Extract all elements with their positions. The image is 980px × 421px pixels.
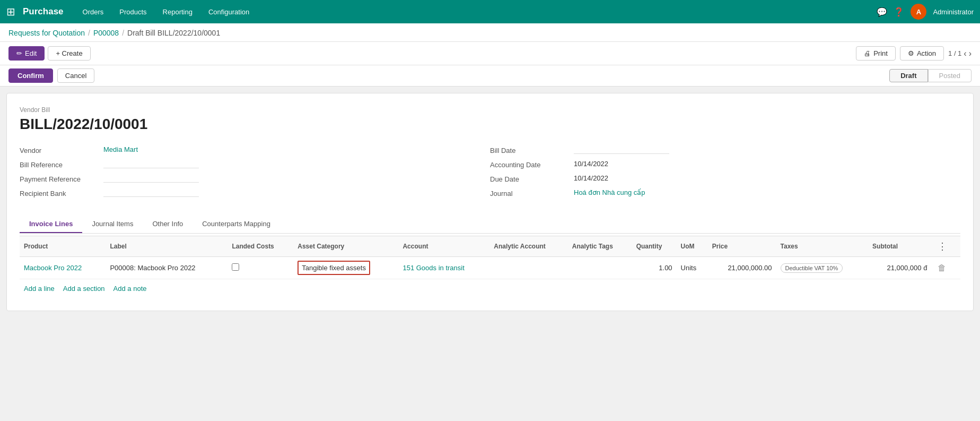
form-col-left: Vendor Media Mart Bill Reference Payment… xyxy=(20,145,490,203)
recipient-bank-label: Recipient Bank xyxy=(20,188,99,197)
print-icon: 🖨 xyxy=(864,49,871,57)
app-name: Purchase xyxy=(23,6,64,17)
edit-icon: ✏ xyxy=(16,49,22,57)
due-date-label: Due Date xyxy=(490,174,570,183)
cell-uom: Units xyxy=(677,257,708,279)
status-draft[interactable]: Draft xyxy=(889,69,928,82)
toolbar: ✏ Edit + Create 🖨 Print ⚙ Action 1 / 1 ‹… xyxy=(0,42,980,65)
add-line-link[interactable]: Add a line xyxy=(24,285,55,293)
tab-journal-items[interactable]: Journal Items xyxy=(82,216,143,233)
page-info: 1 / 1 xyxy=(948,49,961,57)
bill-reference-label: Bill Reference xyxy=(20,160,99,169)
doc-title: BILL/2022/10/0001 xyxy=(20,116,960,133)
form-grid: Vendor Media Mart Bill Reference Payment… xyxy=(20,145,960,203)
page-nav: 1 / 1 ‹ › xyxy=(948,49,972,58)
col-analytic-account: Analytic Account xyxy=(489,236,567,257)
cell-analytic-account xyxy=(489,257,567,279)
edit-button[interactable]: ✏ Edit xyxy=(8,46,45,61)
cell-price: 21,000,000.00 xyxy=(708,257,776,279)
top-nav-right: 💬 ❓ A Administrator xyxy=(877,4,974,20)
breadcrumb-root[interactable]: Requests for Quotation xyxy=(8,29,85,37)
print-button[interactable]: 🖨 Print xyxy=(856,46,896,61)
vendor-row: Vendor Media Mart xyxy=(20,145,469,154)
bill-reference-input[interactable] xyxy=(103,160,199,168)
status-bar: Confirm Cancel Draft Posted xyxy=(0,65,980,87)
col-more: ⋮ xyxy=(931,236,960,257)
cell-asset-category: Tangible fixed assets xyxy=(293,257,398,279)
next-page-button[interactable]: › xyxy=(969,49,972,58)
nav-reporting[interactable]: Reporting xyxy=(156,6,199,18)
chat-icon[interactable]: 💬 xyxy=(877,7,887,17)
col-label: Label xyxy=(106,236,228,257)
col-product: Product xyxy=(20,236,106,257)
breadcrumb-bar: Requests for Quotation / P00008 / Draft … xyxy=(0,23,980,42)
vendor-value[interactable]: Media Mart xyxy=(103,145,138,153)
add-row: Add a line Add a section Add a note xyxy=(20,279,960,298)
col-taxes: Taxes xyxy=(776,236,869,257)
col-subtotal: Subtotal xyxy=(868,236,931,257)
journal-value[interactable]: Hoá đơn Nhà cung cấp xyxy=(574,188,645,196)
prev-page-button[interactable]: ‹ xyxy=(964,49,966,58)
status-steps: Draft Posted xyxy=(889,69,972,82)
top-nav: ⊞ Purchase Orders Products Reporting Con… xyxy=(0,0,980,23)
col-price: Price xyxy=(708,236,776,257)
cell-subtotal: 21,000,000 đ xyxy=(868,257,931,279)
tab-counterparts-mapping[interactable]: Counterparts Mapping xyxy=(192,216,280,233)
col-landed-costs: Landed Costs xyxy=(228,236,293,257)
bill-reference-row: Bill Reference xyxy=(20,160,469,169)
breadcrumb: Requests for Quotation / P00008 / Draft … xyxy=(8,29,972,41)
cell-product[interactable]: Macbook Pro 2022 xyxy=(20,257,106,279)
breadcrumb-sep2: / xyxy=(122,29,124,37)
app-grid-icon[interactable]: ⊞ xyxy=(6,5,15,18)
accounting-date-label: Accounting Date xyxy=(490,160,570,169)
action-button[interactable]: ⚙ Action xyxy=(900,46,944,61)
vendor-label: Vendor xyxy=(20,145,99,154)
invoice-table: Product Label Landed Costs Asset Categor… xyxy=(20,236,960,279)
breadcrumb-middle[interactable]: P00008 xyxy=(93,29,119,37)
col-quantity: Quantity xyxy=(632,236,677,257)
cell-analytic-tags xyxy=(568,257,632,279)
tab-other-info[interactable]: Other Info xyxy=(143,216,192,233)
doc-label: Vendor Bill xyxy=(20,106,960,114)
bill-date-label: Bill Date xyxy=(490,145,570,154)
tabs: Invoice Lines Journal Items Other Info C… xyxy=(20,216,960,234)
accounting-date-value: 10/14/2022 xyxy=(574,160,608,168)
cell-delete: 🗑 xyxy=(931,257,960,279)
breadcrumb-current: Draft Bill BILL/2022/10/0001 xyxy=(127,29,220,37)
tab-invoice-lines[interactable]: Invoice Lines xyxy=(20,216,82,233)
more-columns-button[interactable]: ⋮ xyxy=(935,240,949,252)
payment-reference-row: Payment Reference xyxy=(20,174,469,183)
due-date-value: 10/14/2022 xyxy=(574,174,608,182)
toolbar-right: 🖨 Print ⚙ Action 1 / 1 ‹ › xyxy=(856,46,972,61)
help-icon[interactable]: ❓ xyxy=(894,7,904,17)
table-row: Macbook Pro 2022 P00008: Macbook Pro 202… xyxy=(20,257,960,279)
journal-label: Journal xyxy=(490,188,570,197)
gear-icon: ⚙ xyxy=(908,49,914,57)
accounting-date-row: Accounting Date 10/14/2022 xyxy=(490,160,939,169)
nav-products[interactable]: Products xyxy=(113,6,153,18)
cell-taxes: Deductible VAT 10% xyxy=(776,257,869,279)
nav-configuration[interactable]: Configuration xyxy=(202,6,256,18)
landed-costs-checkbox[interactable] xyxy=(232,263,239,271)
payment-reference-input[interactable] xyxy=(103,174,199,183)
tax-badge: Deductible VAT 10% xyxy=(781,263,843,273)
recipient-bank-row: Recipient Bank xyxy=(20,188,469,197)
recipient-bank-input[interactable] xyxy=(103,188,199,197)
add-section-link[interactable]: Add a section xyxy=(63,285,105,293)
status-posted[interactable]: Posted xyxy=(928,69,972,82)
delete-row-button[interactable]: 🗑 xyxy=(935,263,948,273)
bill-date-input[interactable] xyxy=(574,145,669,154)
asset-category-value[interactable]: Tangible fixed assets xyxy=(298,261,370,275)
col-account: Account xyxy=(398,236,489,257)
create-button[interactable]: + Create xyxy=(48,46,90,61)
bill-date-row: Bill Date xyxy=(490,145,939,154)
nav-orders[interactable]: Orders xyxy=(76,6,110,18)
avatar[interactable]: A xyxy=(911,4,926,20)
cell-account[interactable]: 151 Goods in transit xyxy=(398,257,489,279)
cancel-button[interactable]: Cancel xyxy=(57,68,94,83)
add-note-link[interactable]: Add a note xyxy=(113,285,147,293)
confirm-button[interactable]: Confirm xyxy=(8,68,53,83)
admin-name: Administrator xyxy=(933,8,974,16)
col-uom: UoM xyxy=(677,236,708,257)
col-asset-category: Asset Category xyxy=(293,236,398,257)
